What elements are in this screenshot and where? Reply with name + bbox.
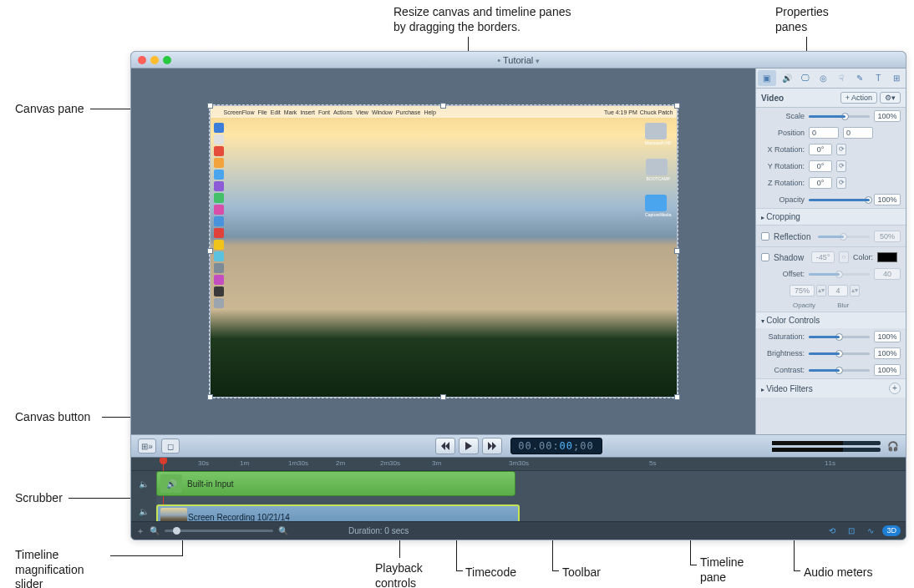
audio-clip[interactable]: 🔊 Built-in Input (156, 471, 515, 496)
annotations-tab-icon[interactable]: ✎ (851, 68, 869, 88)
yrot-field[interactable]: 0° (809, 160, 832, 172)
contrast-value[interactable]: 100% (874, 364, 901, 376)
zoom-in-icon[interactable]: 🔍 (278, 526, 288, 535)
text-tab-icon[interactable]: T (869, 68, 887, 88)
callout-timecode: Timecode (465, 565, 516, 580)
video-clip-label: Screen Recording 10/21/14 (188, 513, 290, 522)
timecode-display[interactable]: 00.00:00;00 (510, 438, 602, 454)
shadow-opacity-field[interactable]: 75% (790, 285, 815, 297)
contrast-label: Contrast: (761, 366, 805, 374)
position-y-field[interactable]: 0 (843, 127, 873, 139)
add-track-button[interactable]: ＋ (136, 525, 145, 537)
document-title[interactable]: Tutorial (131, 55, 906, 65)
callout-canvas-button: Canvas button (15, 410, 90, 425)
opacity-slider[interactable] (809, 199, 870, 201)
callout-audio-meters: Audio meters (804, 565, 872, 580)
audio-meters (772, 441, 881, 452)
timeline-footer: ＋ 🔍 🔍 Duration: 0 secs ⟲ ⊡ ∿ 3D (131, 521, 906, 540)
audio-clip-label: Built-in Input (187, 479, 234, 489)
screen-tab-icon[interactable]: 🖵 (796, 68, 815, 88)
media-tab-icon[interactable]: ⊞ (887, 68, 906, 88)
touch-tab-icon[interactable]: ☟ (833, 68, 851, 88)
shadow-color-swatch[interactable] (877, 252, 897, 262)
offset-slider[interactable] (809, 273, 870, 276)
3d-badge[interactable]: 3D (882, 525, 901, 536)
callout-properties: Properties panes (775, 5, 829, 34)
callout-playback: Playback controls (375, 561, 423, 588)
position-x-field[interactable]: 0 (809, 127, 839, 139)
properties-tabs[interactable]: ▣ 🔊 🖵 ◎ ☟ ✎ T ⊞ (756, 68, 906, 89)
contrast-slider[interactable] (809, 369, 870, 372)
opacity-value[interactable]: 100% (874, 194, 901, 205)
timeline-zoom-slider[interactable] (165, 530, 273, 532)
callout-scrubber: Scrubber (15, 491, 63, 506)
audio-tab-icon[interactable]: 🔊 (778, 68, 796, 88)
track-video-toggle-icon[interactable]: 🔈 (131, 507, 156, 516)
timeline-ruler[interactable]: 30s1m1m30s2m2m30s3m3m30s5s11s (131, 458, 906, 471)
app-window: Tutorial ScreenFlow File Edit Mark Inser… (130, 51, 906, 540)
saturation-label: Saturation: (761, 332, 805, 341)
saturation-slider[interactable] (809, 336, 870, 338)
timeline-pane[interactable]: 30s1m1m30s2m2m30s3m3m30s5s11s 🔈 🔈 🔊 Buil… (131, 458, 906, 521)
callout-tab-icon[interactable]: ◎ (815, 68, 833, 88)
zoom-out-icon[interactable]: 🔍 (150, 526, 160, 535)
xrot-stepper[interactable]: ⟳ (836, 144, 846, 155)
canvas-content[interactable]: ScreenFlow File Edit Mark Insert Font Ac… (210, 105, 678, 398)
speaker-icon: 🔊 (160, 474, 182, 493)
callout-canvas-pane: Canvas pane (15, 102, 84, 117)
zrot-stepper[interactable]: ⟳ (836, 177, 846, 189)
cropping-section[interactable]: Cropping (756, 208, 906, 225)
window-titlebar[interactable]: Tutorial (131, 52, 906, 68)
track-audio-toggle-icon[interactable]: 🔈 (131, 479, 156, 489)
shadow-blur-stepper[interactable]: ▴▾ (850, 285, 860, 297)
zrot-label: Z Rotation: (761, 179, 805, 187)
waveform-icon[interactable]: ∿ (863, 525, 878, 537)
shadow-angle-field[interactable]: -45° (811, 251, 835, 263)
offset-label: Offset: (761, 270, 805, 278)
ruler-mark: 11s (825, 459, 835, 467)
opacity-label: Opacity (761, 195, 805, 204)
video-tab-icon[interactable]: ▣ (758, 70, 776, 86)
reflection-value: 50% (874, 231, 901, 242)
snap-icon[interactable]: ⟲ (825, 525, 840, 537)
action-gear-button[interactable]: ⚙︎▾ (880, 92, 901, 104)
reflection-slider[interactable] (818, 236, 870, 238)
scale-value[interactable]: 100% (874, 110, 901, 122)
chapters-icon[interactable]: ⊡ (844, 525, 859, 537)
toolbar: ⊞» ◻ 00.00:00;00 🎧 (131, 434, 906, 458)
shadow-checkbox[interactable] (761, 253, 769, 261)
xrot-field[interactable]: 0° (809, 144, 832, 155)
shadow-angle-dial[interactable]: ○ (839, 251, 849, 263)
callout-timeline-pane: Timeline pane (700, 555, 744, 585)
audio-meter-right (772, 448, 881, 452)
canvas-pane[interactable]: ScreenFlow File Edit Mark Insert Font Ac… (131, 68, 755, 434)
add-filter-button[interactable]: + (889, 383, 901, 394)
play-button[interactable] (459, 438, 479, 454)
saturation-value[interactable]: 100% (874, 331, 901, 342)
rewind-button[interactable] (435, 438, 455, 454)
shadow-blur-field[interactable]: 4 (828, 285, 848, 297)
shadow-opacity-sublabel: Opacity (793, 302, 815, 309)
brightness-slider[interactable] (809, 352, 870, 355)
zrot-field[interactable]: 0° (809, 177, 832, 189)
scale-slider[interactable] (809, 115, 870, 118)
fastforward-button[interactable] (482, 438, 502, 454)
color-controls-section[interactable]: Color Controls (756, 312, 906, 328)
video-filters-section[interactable]: Video Filters + (756, 378, 906, 398)
add-action-button[interactable]: + Action (840, 92, 877, 104)
yrot-stepper[interactable]: ⟳ (836, 160, 846, 172)
shadow-opacity-stepper[interactable]: ▴▾ (816, 285, 826, 297)
duration-label: Duration: 0 secs (348, 526, 409, 535)
reflection-checkbox[interactable] (761, 232, 769, 241)
ruler-mark: 3m (432, 459, 441, 467)
offset-value: 40 (874, 268, 901, 280)
ruler-mark: 30s (198, 459, 209, 467)
shadow-label: Shadow (774, 253, 807, 262)
recorded-desktop-icons: Macintosh HD BOOTCAMP CaptureMedia (645, 123, 671, 217)
brightness-value[interactable]: 100% (874, 347, 901, 359)
headphones-icon[interactable]: 🎧 (887, 441, 899, 452)
callout-mag-slider: Timeline magnification slider (15, 548, 84, 588)
scale-label: Scale (761, 112, 805, 120)
ruler-mark: 5s (649, 459, 656, 467)
ruler-mark: 3m30s (509, 459, 529, 467)
